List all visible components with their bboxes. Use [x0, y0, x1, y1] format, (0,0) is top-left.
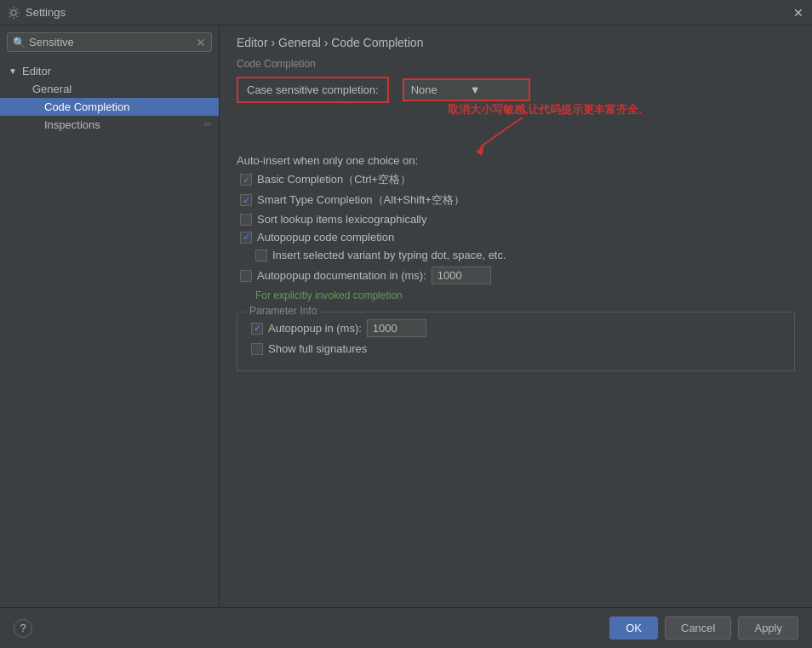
- checkbox-smart: Smart Type Completion（Alt+Shift+空格）: [237, 192, 795, 208]
- sidebar-item-label: General: [32, 83, 71, 95]
- cb-param-autopopup[interactable]: [251, 323, 263, 335]
- case-sensitive-label-box: Case sensitive completion:: [237, 77, 389, 103]
- window-title: Settings: [26, 6, 66, 19]
- apply-button[interactable]: Apply: [738, 616, 798, 639]
- title-bar-left: Settings: [7, 6, 66, 20]
- sidebar-item-label: Inspections: [44, 118, 100, 131]
- checkbox-basic: Basic Completion（Ctrl+空格）: [237, 172, 795, 187]
- sidebar-item-label: Code Completion: [44, 100, 129, 113]
- cb-smart[interactable]: [240, 194, 252, 206]
- checkbox-full-sig: Show full signatures: [248, 342, 784, 355]
- cb-autopopup-label: Autopopup code completion: [257, 231, 394, 244]
- search-clear-icon[interactable]: ✕: [196, 37, 206, 49]
- checkbox-param-autopopup: Autopopup in (ms):: [248, 319, 784, 337]
- sidebar: 🔍 ✕ ▼ Editor General Code Completion: [0, 26, 220, 607]
- sidebar-item-general[interactable]: General: [0, 80, 219, 98]
- search-box[interactable]: 🔍 ✕: [7, 32, 212, 52]
- hint-text: For explicitly invoked completion: [237, 290, 795, 301]
- expand-arrow: ▼: [9, 66, 19, 76]
- sidebar-item-code-completion[interactable]: Code Completion: [0, 98, 219, 116]
- svg-point-0: [11, 10, 16, 15]
- close-button[interactable]: ✕: [792, 6, 805, 20]
- red-arrow-svg: [472, 113, 540, 156]
- dialog-body: 🔍 ✕ ▼ Editor General Code Completion: [0, 26, 812, 607]
- sidebar-item-editor[interactable]: ▼ Editor: [0, 62, 219, 80]
- case-sensitive-label: Case sensitive completion:: [247, 83, 379, 96]
- content-area: Editor › General › Code Completion Code …: [220, 26, 812, 607]
- cb-sort-label: Sort lookup items lexicographically: [257, 213, 426, 226]
- param-info-title: Parameter Info: [246, 305, 320, 317]
- cb-param-autopopup-label: Autopopup in (ms):: [268, 322, 362, 335]
- section-label: Code Completion: [237, 58, 795, 70]
- sidebar-item-inspections[interactable]: Inspections ✏: [0, 116, 219, 134]
- case-sensitive-area: Case sensitive completion: None ▼ 取消大小写敏…: [237, 77, 795, 103]
- checkbox-sort: Sort lookup items lexicographically: [237, 213, 795, 226]
- auto-insert-label: Auto-insert when only one choice on:: [237, 154, 795, 167]
- cb-basic-label: Basic Completion（Ctrl+空格）: [257, 172, 411, 187]
- cb-basic[interactable]: [240, 174, 252, 186]
- case-sensitive-dropdown[interactable]: None ▼: [403, 78, 530, 101]
- checkbox-insert-variant: Insert selected variant by typing dot, s…: [237, 249, 795, 261]
- checkbox-autopopup: Autopopup code completion: [237, 231, 795, 244]
- settings-icon: [7, 6, 20, 20]
- bottom-buttons: OK Cancel Apply: [609, 616, 798, 639]
- cb-insert-variant-label: Insert selected variant by typing dot, s…: [272, 249, 506, 261]
- cb-autopopup-doc-label: Autopopup documentation in (ms):: [257, 269, 426, 282]
- cancel-button[interactable]: Cancel: [665, 616, 731, 639]
- cb-full-sig-label: Show full signatures: [268, 342, 367, 355]
- cb-sort[interactable]: [240, 214, 252, 226]
- cb-insert-variant[interactable]: [255, 249, 267, 261]
- tree-area: ▼ Editor General Code Completion Inspect…: [0, 59, 219, 607]
- cb-autopopup[interactable]: [240, 232, 252, 244]
- edit-icon: ✏: [204, 119, 212, 130]
- search-input[interactable]: [29, 36, 192, 49]
- dropdown-arrow-icon: ▼: [470, 83, 522, 96]
- parameter-info-group: Parameter Info Autopopup in (ms): Show f…: [237, 312, 795, 371]
- autopopup-doc-input[interactable]: [432, 267, 491, 284]
- bottom-bar: ? OK Cancel Apply: [0, 607, 812, 648]
- title-bar: Settings ✕: [0, 0, 812, 26]
- sidebar-item-label: Editor: [22, 65, 51, 77]
- cb-autopopup-doc[interactable]: [240, 270, 252, 282]
- annotation-group: 取消大小写敏感,让代码提示更丰富齐全.: [448, 102, 642, 156]
- breadcrumb: Editor › General › Code Completion: [237, 36, 795, 49]
- param-autopopup-input[interactable]: [367, 319, 426, 337]
- dropdown-value: None: [411, 83, 463, 96]
- cb-smart-label: Smart Type Completion（Alt+Shift+空格）: [257, 192, 465, 208]
- case-sensitive-row: Case sensitive completion: None ▼: [237, 77, 795, 103]
- ok-button[interactable]: OK: [609, 616, 658, 639]
- help-button[interactable]: ?: [14, 619, 32, 638]
- search-icon: 🔍: [13, 37, 26, 49]
- checkbox-autopopup-doc: Autopopup documentation in (ms):: [237, 267, 795, 284]
- cb-full-sig[interactable]: [251, 343, 263, 355]
